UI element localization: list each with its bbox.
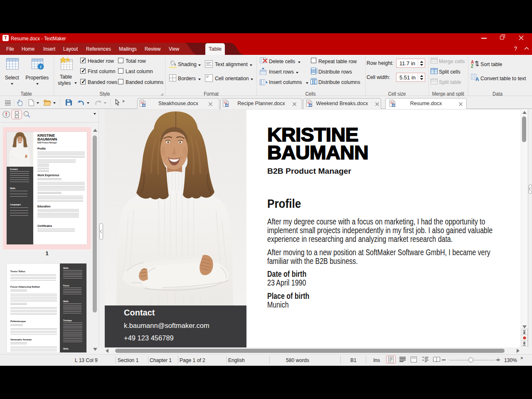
svg-text:W: W bbox=[392, 104, 395, 107]
svg-text:W: W bbox=[309, 104, 312, 107]
svg-text:Z: Z bbox=[471, 64, 473, 68]
svg-text:A: A bbox=[475, 76, 479, 81]
svg-text:W: W bbox=[226, 104, 229, 107]
svg-text:W: W bbox=[143, 104, 145, 107]
